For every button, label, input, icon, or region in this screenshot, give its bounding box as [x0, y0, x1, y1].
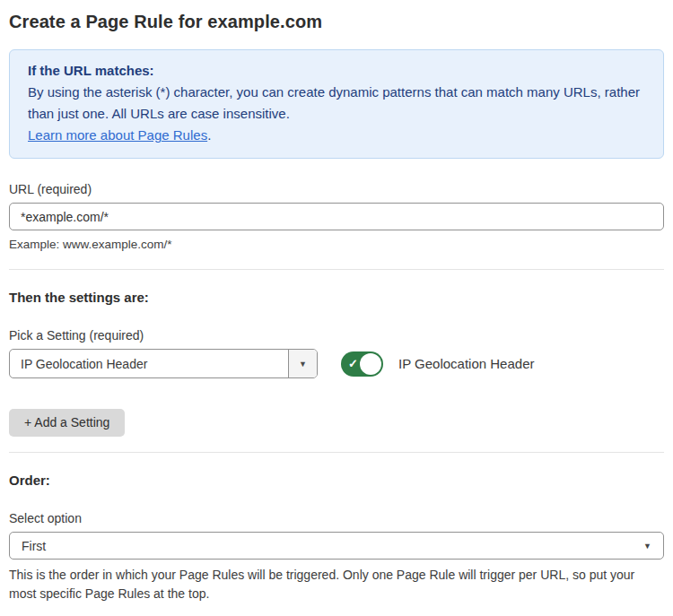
info-box-heading: If the URL matches:	[28, 60, 645, 82]
url-field-example: Example: www.example.com/*	[9, 238, 664, 251]
toggle-knob	[360, 353, 381, 375]
toggle-label: IP Geolocation Header	[398, 356, 535, 371]
pick-setting-label: Pick a Setting (required)	[9, 328, 664, 343]
learn-more-link[interactable]: Learn more about Page Rules	[28, 127, 207, 143]
info-box-body: By using the asterisk (*) character, you…	[28, 82, 645, 125]
ip-geolocation-toggle[interactable]: ✓	[341, 351, 383, 377]
setting-select-value: IP Geolocation Header	[10, 350, 288, 377]
chevron-down-icon: ▼	[299, 360, 307, 369]
create-page-rule-form: Create a Page Rule for example.com If th…	[0, 0, 673, 616]
add-setting-button[interactable]: + Add a Setting	[9, 409, 125, 437]
setting-row: IP Geolocation Header ▼ ✓ IP Geolocation…	[9, 349, 664, 378]
settings-section-heading: Then the settings are:	[9, 290, 664, 305]
setting-select[interactable]: IP Geolocation Header ▼	[9, 349, 318, 378]
url-input[interactable]	[9, 203, 664, 230]
order-select-value: First	[22, 539, 46, 553]
info-box-link-line: Learn more about Page Rules.	[28, 125, 645, 146]
divider	[9, 452, 664, 453]
check-icon: ✓	[348, 358, 358, 369]
order-select-label: Select option	[9, 511, 664, 525]
divider	[9, 269, 664, 270]
order-section-heading: Order:	[9, 473, 664, 488]
url-field-label: URL (required)	[9, 182, 664, 196]
url-match-info-box: If the URL matches: By using the asteris…	[9, 49, 664, 159]
order-select[interactable]: First ▼	[9, 532, 664, 560]
order-help-text: This is the order in which your Page Rul…	[9, 566, 660, 603]
page-title: Create a Page Rule for example.com	[9, 12, 664, 32]
setting-select-arrow-button[interactable]: ▼	[288, 350, 317, 377]
link-suffix: .	[207, 127, 211, 143]
chevron-down-icon: ▼	[643, 542, 651, 551]
